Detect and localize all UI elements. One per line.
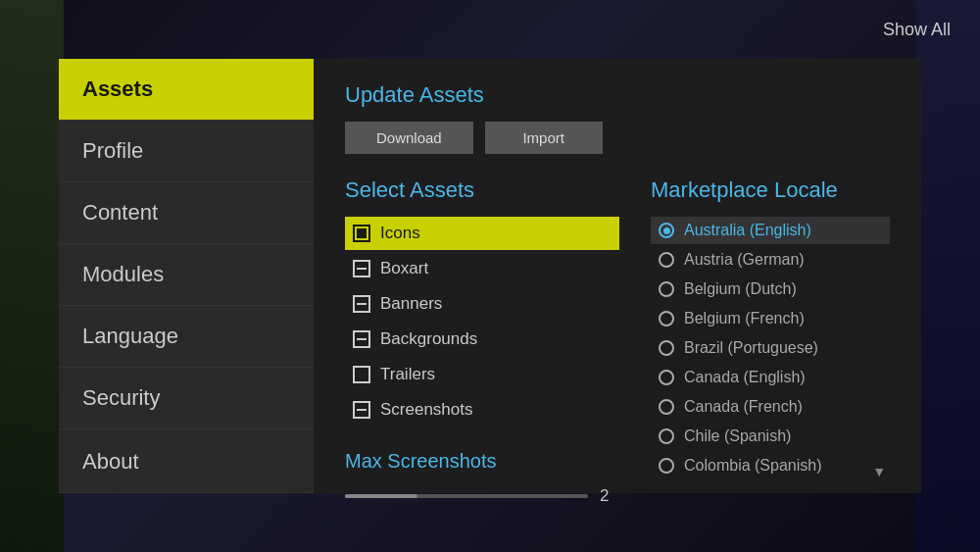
radio-brazil bbox=[659, 340, 674, 356]
checkbox-dash-screenshots bbox=[357, 409, 367, 411]
download-button[interactable]: Download bbox=[345, 122, 473, 154]
locale-list: Australia (English) Austria (German) Bel… bbox=[651, 217, 890, 479]
checkbox-trailers bbox=[353, 366, 370, 383]
locale-label-colombia: Colombia (Spanish) bbox=[684, 457, 822, 475]
locale-container: Australia (English) Austria (German) Bel… bbox=[651, 217, 890, 479]
radio-inner-australia bbox=[663, 227, 670, 234]
radio-belgium-french bbox=[659, 311, 674, 326]
locale-label-austria: Austria (German) bbox=[684, 251, 805, 269]
slider-fill bbox=[345, 494, 417, 498]
locale-label-chile: Chile (Spanish) bbox=[684, 427, 791, 445]
locale-label-belgium-french: Belgium (French) bbox=[684, 310, 805, 327]
locale-label-belgium-dutch: Belgium (Dutch) bbox=[684, 280, 797, 298]
radio-colombia bbox=[659, 458, 674, 474]
update-assets-buttons: Download Import bbox=[345, 122, 890, 154]
bg-panel-right bbox=[916, 0, 980, 552]
radio-belgium-dutch bbox=[659, 281, 674, 297]
sidebar-item-modules[interactable]: Modules bbox=[59, 244, 314, 306]
checkbox-icons bbox=[353, 225, 370, 242]
asset-item-banners[interactable]: Banners bbox=[345, 287, 619, 321]
locale-item-canada-french[interactable]: Canada (French) bbox=[651, 393, 890, 421]
asset-label-screenshots: Screenshots bbox=[380, 400, 473, 420]
sidebar: Assets Profile Content Modules Language … bbox=[59, 59, 314, 493]
slider-row: 2 bbox=[345, 486, 619, 506]
locale-item-canada-english[interactable]: Canada (English) bbox=[651, 364, 890, 391]
radio-australia bbox=[659, 223, 674, 238]
asset-item-icons[interactable]: Icons bbox=[345, 217, 619, 250]
asset-label-trailers: Trailers bbox=[380, 365, 435, 384]
asset-label-backgrounds: Backgrounds bbox=[380, 329, 477, 349]
asset-item-backgrounds[interactable]: Backgrounds bbox=[345, 323, 619, 356]
locale-item-colombia[interactable]: Colombia (Spanish) bbox=[651, 452, 890, 479]
show-all-button[interactable]: Show All bbox=[883, 20, 951, 40]
asset-label-boxart: Boxart bbox=[380, 259, 428, 278]
slider-track[interactable] bbox=[345, 494, 588, 498]
radio-canada-english bbox=[659, 370, 674, 385]
checkbox-dash-boxart bbox=[357, 268, 367, 270]
select-assets-title: Select Assets bbox=[345, 177, 619, 203]
max-screenshots-title: Max Screenshots bbox=[345, 450, 619, 473]
asset-label-icons: Icons bbox=[380, 224, 420, 243]
update-assets-title: Update Assets bbox=[345, 82, 890, 108]
asset-item-boxart[interactable]: Boxart bbox=[345, 252, 619, 285]
sidebar-item-content[interactable]: Content bbox=[59, 182, 314, 244]
left-column: Select Assets Icons Boxart bbox=[345, 177, 619, 506]
sidebar-item-security[interactable]: Security bbox=[59, 368, 314, 429]
slider-value: 2 bbox=[600, 486, 619, 506]
locale-item-brazil[interactable]: Brazil (Portuguese) bbox=[651, 334, 890, 362]
main-container: Assets Profile Content Modules Language … bbox=[59, 59, 921, 493]
locale-item-australia[interactable]: Australia (English) bbox=[651, 217, 890, 244]
import-button[interactable]: Import bbox=[485, 122, 603, 154]
sidebar-item-assets[interactable]: Assets bbox=[59, 59, 314, 121]
radio-canada-french bbox=[659, 399, 674, 415]
right-column: Marketplace Locale Australia (English) bbox=[651, 177, 890, 506]
locale-label-australia: Australia (English) bbox=[684, 222, 811, 239]
checkbox-dot-icons bbox=[357, 228, 367, 238]
checkbox-screenshots bbox=[353, 401, 370, 419]
locale-label-brazil: Brazil (Portuguese) bbox=[684, 339, 818, 357]
scroll-down-arrow[interactable]: ▼ bbox=[872, 464, 886, 479]
two-col-layout: Select Assets Icons Boxart bbox=[345, 177, 890, 506]
checkbox-boxart bbox=[353, 260, 370, 277]
sidebar-item-language[interactable]: Language bbox=[59, 306, 314, 368]
locale-item-austria[interactable]: Austria (German) bbox=[651, 246, 890, 274]
bg-panel-left bbox=[0, 0, 64, 552]
asset-item-screenshots[interactable]: Screenshots bbox=[345, 393, 619, 427]
locale-item-belgium-dutch[interactable]: Belgium (Dutch) bbox=[651, 276, 890, 303]
marketplace-locale-title: Marketplace Locale bbox=[651, 177, 890, 203]
sidebar-item-about[interactable]: About bbox=[59, 431, 314, 493]
locale-item-chile[interactable]: Chile (Spanish) bbox=[651, 423, 890, 450]
checkbox-backgrounds bbox=[353, 330, 370, 348]
checkbox-dash-backgrounds bbox=[357, 338, 367, 340]
checkbox-banners bbox=[353, 295, 370, 313]
sidebar-item-profile[interactable]: Profile bbox=[59, 121, 314, 182]
asset-item-trailers[interactable]: Trailers bbox=[345, 358, 619, 391]
locale-item-belgium-french[interactable]: Belgium (French) bbox=[651, 305, 890, 332]
asset-label-banners: Banners bbox=[380, 294, 442, 314]
content-area: Update Assets Download Import Select Ass… bbox=[314, 59, 921, 493]
checkbox-dash-banners bbox=[357, 303, 367, 305]
asset-list: Icons Boxart Banners bbox=[345, 217, 619, 427]
radio-austria bbox=[659, 252, 674, 268]
locale-label-canada-english: Canada (English) bbox=[684, 369, 806, 386]
locale-label-canada-french: Canada (French) bbox=[684, 398, 803, 416]
radio-chile bbox=[659, 428, 674, 444]
